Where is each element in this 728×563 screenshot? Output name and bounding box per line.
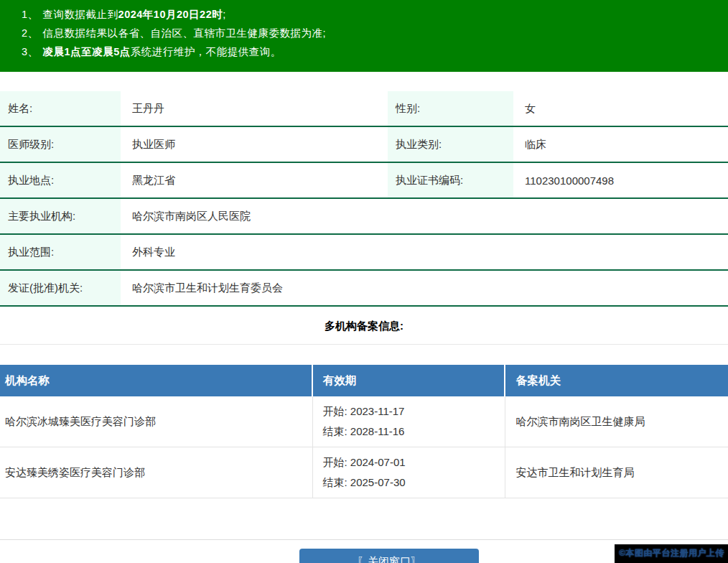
- notice-number: 1、: [22, 9, 39, 20]
- registration-authority-cell: 安达市卫生和计划生育局: [505, 447, 728, 498]
- validity-end: 结束: 2028-11-16: [323, 422, 504, 442]
- notice-text: 查询数据截止到: [43, 9, 118, 20]
- physician-level-value: 执业医师: [121, 126, 388, 162]
- multi-org-section-title: 多机构备案信息:: [0, 317, 728, 335]
- notice-text: 系统进行维护，不能提供查询。: [131, 46, 281, 57]
- validity-start: 开始: 2023-11-17: [323, 401, 504, 422]
- name-label: 姓名:: [0, 91, 121, 126]
- table-row: 执业范围: 外科专业: [0, 234, 728, 270]
- practice-scope-label: 执业范围:: [0, 234, 121, 270]
- notice-line-3: 3、凌晨1点至凌晨5点系统进行维护，不能提供查询。: [0, 42, 728, 61]
- registration-authority-header: 备案机关: [505, 365, 728, 396]
- multi-org-table: 机构名称 有效期 备案机关 哈尔滨冰城臻美医疗美容门诊部 开始: 2023-11…: [0, 365, 728, 498]
- main-institution-label: 主要执业机构:: [0, 198, 121, 234]
- notice-line-2: 2、信息数据结果以各省、自治区、直辖市卫生健康委数据为准;: [0, 24, 728, 42]
- main-institution-value: 哈尔滨市南岗区人民医院: [121, 198, 728, 234]
- org-name-cell: 安达臻美绣姿医疗美容门诊部: [0, 447, 312, 498]
- registration-authority-cell: 哈尔滨市南岗区卫生健康局: [505, 396, 728, 447]
- validity-start: 开始: 2024-07-01: [323, 452, 504, 473]
- notice-bold-text: 2024年10月20日22时: [118, 9, 223, 20]
- notice-bold-text: 凌晨1点至凌晨5点: [43, 46, 131, 57]
- close-window-button[interactable]: 〖关闭窗口〗: [299, 549, 479, 563]
- notice-number: 3、: [22, 46, 39, 57]
- practice-scope-value: 外科专业: [121, 234, 728, 270]
- practice-category-label: 执业类别:: [388, 126, 513, 162]
- validity-cell: 开始: 2024-07-01 结束: 2025-07-30: [312, 447, 505, 498]
- table-row: 执业地点: 黑龙江省 执业证书编码: 110230100007498: [0, 162, 728, 198]
- notice-text: 信息数据结果以各省、自治区、直辖市卫生健康委数据为准;: [43, 27, 327, 39]
- table-row: 哈尔滨冰城臻美医疗美容门诊部 开始: 2023-11-17 结束: 2028-1…: [0, 396, 728, 447]
- table-row: 姓名: 王丹丹 性别: 女: [0, 91, 728, 126]
- table-row: 安达臻美绣姿医疗美容门诊部 开始: 2024-07-01 结束: 2025-07…: [0, 447, 728, 498]
- section-divider: [0, 344, 728, 345]
- notice-line-1: 1、查询数据截止到2024年10月20日22时;: [0, 5, 728, 24]
- issuing-authority-value: 哈尔滨市卫生和计划生育委员会: [121, 270, 728, 306]
- org-name-cell: 哈尔滨冰城臻美医疗美容门诊部: [0, 396, 312, 447]
- practitioner-info-table: 姓名: 王丹丹 性别: 女 医师级别: 执业医师 执业类别: 临床 执业地点: …: [0, 91, 728, 307]
- practice-category-value: 临床: [513, 126, 728, 162]
- certificate-number-value: 110230100007498: [513, 162, 728, 198]
- certificate-number-label: 执业证书编码:: [388, 162, 513, 198]
- table-row: 主要执业机构: 哈尔滨市南岗区人民医院: [0, 198, 728, 234]
- org-name-header: 机构名称: [0, 365, 312, 396]
- physician-level-label: 医师级别:: [0, 126, 121, 162]
- footer-divider: [0, 539, 728, 540]
- issuing-authority-label: 发证(批准)机关:: [0, 270, 121, 306]
- name-value: 王丹丹: [121, 91, 388, 126]
- validity-cell: 开始: 2023-11-17 结束: 2028-11-16: [312, 396, 505, 447]
- validity-end: 结束: 2025-07-30: [323, 473, 504, 493]
- upload-credit-tag: ©本图由平台注册用户上传: [615, 544, 728, 563]
- practice-location-label: 执业地点:: [0, 162, 121, 198]
- notice-number: 2、: [22, 27, 39, 39]
- notice-banner: 1、查询数据截止到2024年10月20日22时; 2、信息数据结果以各省、自治区…: [0, 0, 728, 72]
- gender-label: 性别:: [388, 91, 513, 126]
- table-row: 医师级别: 执业医师 执业类别: 临床: [0, 126, 728, 162]
- gender-value: 女: [513, 91, 728, 126]
- validity-header: 有效期: [312, 365, 505, 396]
- practice-location-value: 黑龙江省: [121, 162, 388, 198]
- table-header-row: 机构名称 有效期 备案机关: [0, 365, 728, 396]
- notice-text: ;: [223, 9, 226, 20]
- table-row: 发证(批准)机关: 哈尔滨市卫生和计划生育委员会: [0, 270, 728, 306]
